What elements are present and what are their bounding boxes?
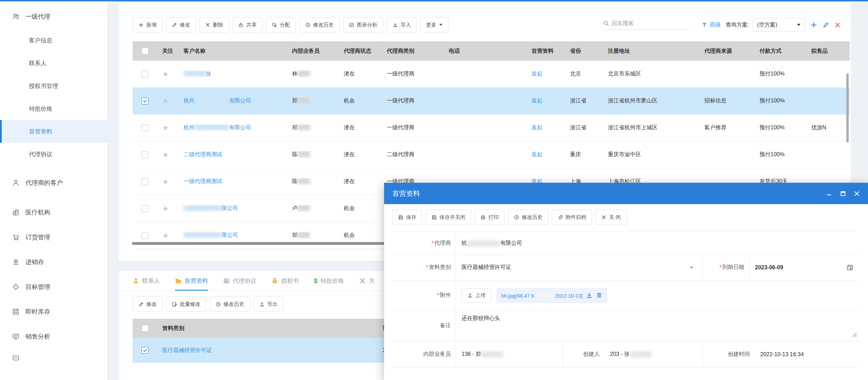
table-row[interactable]: ★杭州有限公司郑机会一级代理商发起浙江省浙江省杭州市萧山区招标信息预付100% bbox=[133, 88, 850, 114]
add-button[interactable]: 新增 bbox=[133, 17, 163, 32]
history-button[interactable]: 修改历史 bbox=[299, 17, 340, 32]
star-icon[interactable]: ★ bbox=[162, 151, 169, 159]
detail-category-link[interactable]: 医疗器械经营许可证 bbox=[162, 347, 212, 353]
sidebar-item-agent-customers[interactable]: 代理商的客户 bbox=[0, 170, 107, 195]
row-checkbox[interactable] bbox=[142, 347, 148, 354]
row-checkbox[interactable] bbox=[142, 98, 148, 104]
row-checkbox[interactable] bbox=[142, 71, 148, 78]
shouying-launch-link[interactable]: 发起 bbox=[527, 124, 565, 131]
column-header[interactable]: 代理商类别 bbox=[382, 48, 444, 55]
sidebar-item-agency-agreement[interactable]: 代理协议 bbox=[0, 143, 107, 166]
edit-button[interactable]: 修改 bbox=[166, 17, 196, 32]
customer-name-link[interactable]: 杭州有限公司 bbox=[184, 124, 251, 130]
add-scheme-button[interactable] bbox=[810, 22, 817, 28]
row-checkbox[interactable] bbox=[142, 205, 148, 212]
export-button[interactable]: 导出 bbox=[254, 297, 283, 312]
remark-textarea[interactable]: 还在那狡辩心头 bbox=[456, 311, 500, 322]
customer-name-link[interactable]: 技 bbox=[184, 71, 211, 77]
column-header[interactable]: 注册地址 bbox=[603, 48, 700, 55]
sidebar-item-authorization[interactable]: 授权书管理 bbox=[0, 74, 107, 97]
trash-icon[interactable] bbox=[596, 292, 602, 299]
assign-button[interactable]: 分配 bbox=[266, 17, 296, 32]
share-button[interactable]: 共享 bbox=[232, 17, 262, 32]
resize-handle[interactable] bbox=[852, 332, 857, 339]
upload-button[interactable]: 上传 bbox=[462, 288, 492, 303]
table-row[interactable]: ★二级代理商测试陈潜在二级代理商发起重庆重庆市渝中区预付100% bbox=[133, 141, 850, 168]
star-icon[interactable]: ★ bbox=[162, 231, 169, 239]
attachment-file-link[interactable]: hh.jpg(68.47 K2022-10-13] bbox=[501, 292, 582, 299]
shouying-launch-link[interactable]: 发起 bbox=[527, 70, 565, 78]
attachment-archive-button[interactable]: 附件归档 bbox=[552, 210, 592, 225]
sidebar-item-sales-analysis[interactable]: 销售分析 bbox=[0, 324, 107, 349]
sidebar-item-realtime-stock[interactable]: 即时库存 bbox=[0, 299, 107, 324]
search-input[interactable] bbox=[612, 20, 681, 27]
column-header[interactable]: 客户名称 bbox=[179, 48, 287, 55]
customer-name-link[interactable]: 杭州有限公司 bbox=[184, 98, 251, 103]
tab-agency-agreement[interactable]: 代理协议 bbox=[223, 277, 256, 291]
print-button[interactable]: 打印 bbox=[475, 210, 505, 225]
tab-special-price[interactable]: $ 特批价格 bbox=[314, 277, 344, 291]
star-icon[interactable]: ★ bbox=[162, 204, 169, 212]
row-checkbox[interactable] bbox=[142, 124, 148, 131]
column-header[interactable]: 拟售品 bbox=[806, 48, 850, 55]
import-button[interactable]: 导入 bbox=[387, 17, 417, 32]
row-checkbox[interactable] bbox=[142, 151, 148, 158]
tab-contacts[interactable]: 联系人 bbox=[133, 277, 160, 291]
detail-select-all-checkbox[interactable] bbox=[142, 325, 148, 332]
sidebar-item-inventory[interactable]: 进销存 bbox=[0, 250, 107, 274]
advanced-search-link[interactable]: 高级 bbox=[702, 21, 721, 29]
tab-authorization[interactable]: 授权书 bbox=[271, 277, 299, 291]
expire-date-field[interactable]: 2023-06-09 bbox=[750, 264, 860, 271]
sidebar-item-clipped[interactable] bbox=[0, 349, 107, 366]
delete-scheme-button[interactable] bbox=[835, 22, 840, 28]
star-icon[interactable]: ★ bbox=[162, 178, 169, 186]
delete-button[interactable]: 删除 bbox=[199, 17, 229, 32]
star-icon[interactable]: ★ bbox=[162, 97, 169, 105]
detail-history-button[interactable]: 修改历史 bbox=[210, 297, 250, 312]
column-header[interactable]: 省份 bbox=[565, 48, 603, 55]
star-icon[interactable]: ★ bbox=[162, 70, 169, 78]
column-header[interactable]: 代理商来源 bbox=[700, 48, 755, 55]
category-select[interactable]: 医疗器械经营许可证 bbox=[456, 264, 702, 271]
save-and-close-button[interactable]: 保存并关闭 bbox=[426, 210, 471, 225]
customer-name-link[interactable]: 二级代理商测试 bbox=[184, 151, 222, 157]
sidebar-item-first-license-docs[interactable]: 首营资料 bbox=[0, 120, 107, 143]
customer-name-link[interactable]: 一级代理商测试 bbox=[184, 178, 222, 184]
close-icon[interactable] bbox=[854, 190, 860, 197]
star-icon[interactable]: ★ bbox=[162, 124, 169, 132]
modal-close-button[interactable]: 关 闭 bbox=[596, 210, 627, 225]
shouying-launch-link[interactable]: 发起 bbox=[527, 151, 565, 158]
sidebar-item-customer-info[interactable]: 客户信息 bbox=[0, 29, 107, 52]
minimize-button[interactable] bbox=[826, 190, 832, 197]
shouying-launch-link[interactable]: 发起 bbox=[527, 97, 565, 104]
more-button[interactable]: 更多 bbox=[420, 17, 448, 32]
sidebar-item-order-management[interactable]: 订货管理 bbox=[0, 225, 107, 250]
column-header[interactable]: 付款方式 bbox=[755, 48, 806, 55]
column-header[interactable]: 电话 bbox=[444, 48, 527, 55]
edit-scheme-button[interactable] bbox=[823, 22, 829, 28]
maximize-button[interactable] bbox=[840, 190, 846, 197]
modal-history-button[interactable]: 修改历史 bbox=[508, 210, 548, 225]
save-button[interactable]: 保存 bbox=[392, 210, 422, 225]
row-checkbox[interactable] bbox=[142, 178, 148, 185]
sidebar-item-special-price[interactable]: 特批价格 bbox=[0, 97, 107, 120]
customer-name-link[interactable]: 限公司 bbox=[184, 232, 238, 238]
batch-edit-button[interactable]: 批量修改 bbox=[166, 297, 206, 312]
column-header[interactable]: 内部业务员 bbox=[287, 48, 339, 55]
customer-name-link[interactable]: 限公司 bbox=[184, 205, 238, 211]
sidebar-item-medical-institutions[interactable]: 医疗机构 bbox=[0, 200, 107, 225]
vertical-scrollbar[interactable] bbox=[846, 73, 849, 142]
row-checkbox[interactable] bbox=[142, 232, 148, 239]
sidebar-item-contacts[interactable]: 联系人 bbox=[0, 52, 107, 74]
tab-first-license-docs[interactable]: 首营资料 bbox=[175, 277, 208, 291]
column-header[interactable]: 关注 bbox=[157, 48, 179, 55]
scheme-select[interactable]: (空方案) bbox=[753, 18, 805, 32]
tab-partial[interactable]: 关 bbox=[359, 277, 375, 291]
table-row[interactable]: ★技林潜在一级代理商发起北京北京市东城区预付100% bbox=[133, 61, 850, 88]
chart-analysis-button[interactable]: 图表分析 bbox=[343, 17, 383, 32]
select-all-checkbox[interactable] bbox=[142, 48, 148, 54]
download-icon[interactable] bbox=[586, 292, 592, 299]
sidebar-item-target-management[interactable]: 目标管理 bbox=[0, 274, 107, 299]
table-row[interactable]: ★杭州有限公司郑潜在一级代理商发起浙江省浙江省杭州市上城区客户推荐预付100%优… bbox=[133, 114, 850, 141]
detail-edit-button[interactable]: 修改 bbox=[133, 297, 163, 312]
